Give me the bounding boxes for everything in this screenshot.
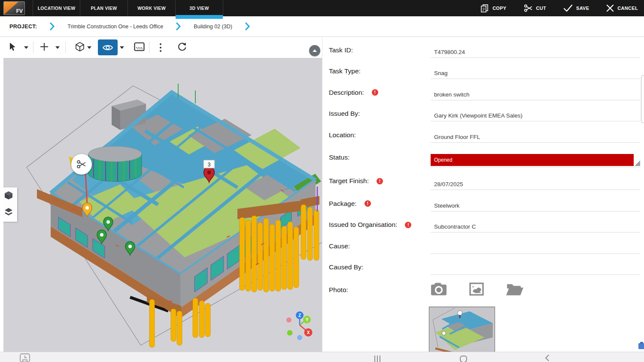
layers-icon[interactable] — [4, 208, 13, 219]
app-logo[interactable]: FV — [3, 1, 25, 15]
svg-text:X: X — [307, 330, 310, 335]
field-target-finish: Target Finish: ! 28/07/2025 — [322, 169, 644, 193]
tab-work-view[interactable]: WORK VIEW — [128, 0, 176, 16]
building-model[interactable]: 3 Y Z X — [3, 58, 322, 352]
viewer-side-toolbar — [3, 187, 17, 222]
required-icon: ! — [372, 89, 378, 96]
top-bar: FV LOCATION VIEW PLAN VIEW WORK VIEW 3D … — [0, 0, 644, 16]
breadcrumb-project-label: PROJECT: — [9, 24, 37, 30]
x-icon — [606, 4, 614, 12]
scissors-icon — [76, 160, 87, 169]
toolbar-divider — [33, 42, 33, 53]
svg-text:3: 3 — [208, 162, 211, 168]
recent-apps-icon[interactable] — [374, 356, 380, 362]
check-icon — [563, 4, 573, 12]
tab-3d-view[interactable]: 3D VIEW — [176, 0, 223, 16]
tab-location-view[interactable]: LOCATION VIEW — [33, 0, 80, 16]
tab-plan-view[interactable]: PLAN VIEW — [80, 0, 128, 16]
scissors-icon — [524, 4, 533, 12]
required-icon: ! — [405, 222, 411, 228]
svg-text:Y: Y — [306, 317, 309, 322]
pin-count-badge: 3 — [204, 160, 215, 168]
visibility-button-active[interactable] — [98, 39, 118, 55]
3d-viewport[interactable]: 3 Y Z X — [3, 58, 322, 352]
image-icon[interactable] — [469, 283, 484, 298]
dropdown-corner-icon[interactable] — [635, 160, 640, 166]
field-label: Caused By: — [329, 263, 363, 271]
description-input[interactable]: broken switch — [431, 91, 640, 100]
field-label: Task ID: — [329, 46, 353, 54]
visibility-dropdown-caret[interactable] — [120, 46, 124, 49]
required-icon: ! — [377, 178, 383, 184]
field-label: Issued By: — [329, 110, 360, 118]
issued-by-input[interactable]: Gary Kirk (Viewpoint EMEA Sales) — [431, 112, 640, 121]
refresh-icon[interactable] — [177, 42, 187, 54]
more-options-icon[interactable] — [160, 43, 161, 52]
package-input[interactable]: Steelwork — [431, 202, 640, 211]
clock-icon[interactable] — [20, 353, 30, 362]
breadcrumb: PROJECT: Trimble Construction One - Leed… — [0, 16, 644, 37]
back-icon[interactable] — [545, 355, 552, 362]
cut-label: CUT — [536, 6, 547, 11]
chevron-right-icon — [50, 22, 55, 30]
add-dropdown-caret[interactable] — [55, 46, 60, 49]
copy-button[interactable]: COPY — [480, 4, 506, 12]
target-finish-input[interactable]: 28/07/2025 — [431, 181, 640, 190]
cut-button[interactable]: CUT — [524, 4, 547, 12]
folder-icon[interactable] — [506, 283, 523, 297]
issued-to-organisation-input[interactable]: Subcontractor C — [431, 223, 640, 232]
field-photo: Photo: — [322, 278, 644, 302]
save-button[interactable]: SAVE — [563, 4, 589, 12]
field-issued-by: Issued By: ! Gary Kirk (Viewpoint EMEA S… — [322, 103, 644, 125]
clipboard-icon[interactable] — [638, 343, 644, 349]
location-input[interactable]: Ground Floor FFL — [431, 134, 640, 143]
field-label: Cause: — [329, 242, 350, 250]
task-form-panel: Task ID: ! T479800.24 Task Type: ! Snag … — [322, 37, 644, 352]
tower — [88, 146, 142, 181]
field-label: Target Finish: — [329, 177, 369, 185]
save-label: SAVE — [576, 6, 589, 11]
breadcrumb-item-project[interactable]: Trimble Construction One - Leeds Office — [67, 24, 163, 30]
select-cursor-icon[interactable] — [9, 42, 16, 53]
section-cut-button[interactable] — [71, 154, 92, 175]
task-id-input[interactable]: T479800.24 — [431, 49, 640, 58]
field-label: Task Type: — [329, 67, 361, 75]
axis-neg-y-dot — [287, 330, 293, 336]
cube-icon[interactable] — [75, 42, 85, 54]
status-dropdown[interactable]: Opened — [431, 154, 634, 166]
home-icon[interactable] — [460, 356, 467, 362]
chevron-right-icon — [245, 22, 250, 30]
cause-input[interactable] — [431, 246, 640, 254]
model-panel: 3 Y Z X — [0, 37, 322, 352]
field-description: Description: ! broken switch — [322, 82, 644, 103]
form-scrollbar[interactable] — [641, 75, 644, 123]
copy-icon — [480, 4, 489, 12]
cube-dropdown-caret[interactable] — [87, 46, 91, 49]
collapse-panel-button[interactable] — [309, 45, 320, 56]
field-cause: Cause: ! — [322, 235, 644, 257]
view-tabs: LOCATION VIEW PLAN VIEW WORK VIEW 3D VIE… — [33, 0, 223, 16]
task-type-input[interactable]: Snag — [431, 70, 640, 79]
cancel-button[interactable]: CANCEL — [606, 4, 638, 12]
field-task-type: Task Type: ! Snag — [322, 61, 644, 82]
breadcrumb-item-building[interactable]: Building 02 (3D) — [194, 24, 232, 30]
field-status: Status: Opened — [322, 146, 644, 169]
eye-icon — [102, 44, 113, 51]
caused-by-input[interactable] — [431, 267, 640, 275]
render-mode-icon[interactable] — [134, 42, 145, 53]
axis-neg-x-dot — [286, 317, 292, 323]
cancel-label: CANCEL — [617, 6, 638, 11]
axis-gizmo[interactable]: Y Z X — [286, 311, 313, 340]
photo-thumbnail[interactable] — [429, 307, 495, 352]
model-cube-icon[interactable] — [4, 190, 13, 202]
copy-label: COPY — [492, 6, 506, 11]
field-location: Location: ! Ground Floor FFL — [322, 124, 644, 146]
add-icon[interactable] — [39, 42, 49, 53]
field-label: Package: — [329, 200, 357, 208]
app-window: FV LOCATION VIEW PLAN VIEW WORK VIEW 3D … — [0, 0, 644, 362]
field-label: Location: — [329, 131, 356, 139]
field-issued-to-organisation: Issued to Organisation: ! Subcontractor … — [322, 214, 644, 236]
status-value: Opened — [434, 157, 453, 163]
select-dropdown-caret[interactable] — [24, 46, 28, 49]
camera-icon[interactable] — [431, 283, 447, 298]
